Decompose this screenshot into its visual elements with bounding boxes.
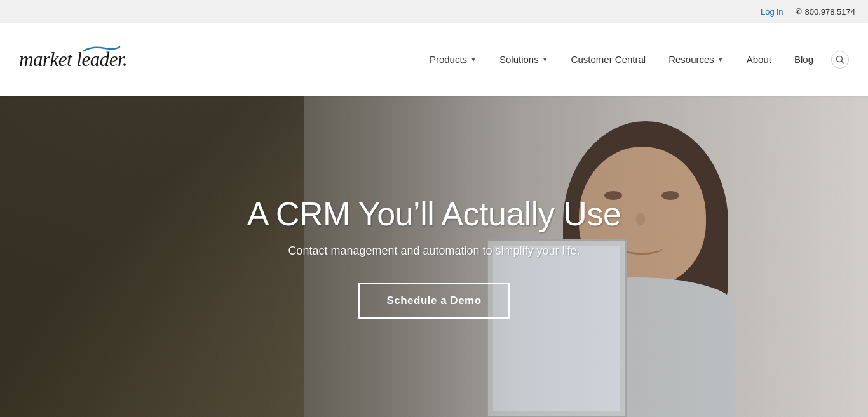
hero-content: A CRM You’ll Actually Use Contact manage… [234, 195, 634, 319]
chevron-down-icon: ▼ [717, 56, 724, 63]
nav-item-blog[interactable]: Blog [783, 23, 825, 96]
hero-title: A CRM You’ll Actually Use [247, 195, 621, 233]
hero-subtitle: Contact management and automation to sim… [247, 244, 621, 258]
phone-icon: ✆ [796, 7, 802, 16]
nav-item-resources[interactable]: Resources ▼ [657, 23, 735, 96]
header: market leader. Products ▼ Solutions ▼ Cu… [0, 23, 868, 96]
hero-section: A CRM You’ll Actually Use Contact manage… [0, 96, 868, 417]
logo[interactable]: market leader. [19, 48, 127, 71]
svg-line-1 [842, 61, 844, 63]
nav-item-about[interactable]: About [735, 23, 783, 96]
main-nav: Products ▼ Solutions ▼ Customer Central … [418, 23, 849, 96]
chevron-down-icon: ▼ [470, 56, 477, 63]
search-button[interactable] [831, 51, 849, 69]
nav-item-solutions[interactable]: Solutions ▼ [488, 23, 560, 96]
phone-info: ✆ 800.978.5174 [796, 7, 855, 17]
top-bar: Log in ✆ 800.978.5174 [0, 0, 868, 23]
nav-item-products[interactable]: Products ▼ [418, 23, 488, 96]
login-link[interactable]: Log in [761, 7, 783, 17]
phone-number: 800.978.5174 [804, 7, 855, 17]
nav-item-customer-central[interactable]: Customer Central [560, 23, 658, 96]
chevron-down-icon: ▼ [542, 56, 548, 63]
schedule-demo-button[interactable]: Schedule a Demo [358, 283, 509, 319]
search-icon [836, 55, 844, 64]
logo-swoosh [83, 44, 121, 53]
